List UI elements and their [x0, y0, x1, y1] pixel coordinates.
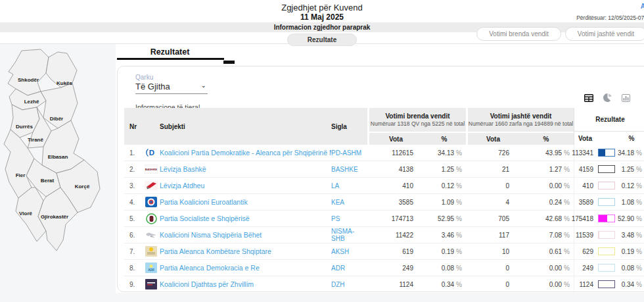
col-header-vota-result: Vota	[574, 132, 596, 145]
party-sigla: DZH	[331, 276, 367, 292]
col-header-pct-outside: %	[518, 132, 574, 145]
outside-votes: 0	[466, 276, 518, 292]
party-sigla: PS	[331, 211, 367, 226]
inside-percent: 3.46%	[423, 227, 466, 243]
aksh-party-logo	[143, 243, 160, 259]
qarku-selected-value: Të Gjitha	[135, 82, 170, 91]
col-header-logo-spacer	[143, 108, 160, 145]
pd-party-logo: D	[143, 145, 160, 161]
map-region-label: Korçë	[75, 184, 90, 189]
albania-map: ShkodërKukësLezhëDibërDurrësTiranëElbasa…	[0, 46, 116, 297]
outside-percent: 0.00%	[518, 260, 574, 276]
pie-chart-view-icon[interactable]	[603, 93, 612, 107]
main-content: Rezultatet Qarku Të Gjitha ⌄ Informacion…	[116, 44, 644, 293]
result-bar-cell	[596, 178, 617, 193]
voting-outside-button[interactable]: Votimi jashtë vendit	[565, 27, 644, 41]
party-sigla: KEA	[331, 194, 367, 210]
inside-percent: 52.95%	[423, 211, 466, 226]
map-region-shkoder[interactable]	[8, 49, 49, 95]
bar-chart-view-icon[interactable]	[622, 93, 630, 107]
page-title: Zgjedhjet për Kuvend	[0, 3, 644, 13]
party-name-link[interactable]: Lëvizja Atdheu	[160, 178, 331, 193]
map-region-label: Berat	[41, 178, 55, 184]
result-votes: 175418	[574, 211, 596, 226]
inside-percent: 0.12%	[423, 178, 466, 193]
result-bar	[598, 247, 615, 255]
result-bar-cell	[596, 194, 617, 210]
result-bar	[598, 231, 615, 239]
map-region-label: Shkodër	[18, 77, 39, 83]
result-votes: 249	[574, 260, 596, 276]
result-bar	[598, 198, 615, 206]
party-name-link[interactable]: Partia Socialiste e Shqipërisë	[160, 211, 331, 226]
results-card: Qarku Të Gjitha ⌄ Informacione të tjera!…	[117, 66, 644, 292]
table-row: 9.Koalicioni Djathtas për ZhvillimDZH112…	[124, 276, 644, 292]
col-header-vota-inside: Vota	[367, 132, 423, 145]
table-row: 3.Lëvizja AtdheuLA4100.12%00.00%4100.12%	[124, 178, 644, 194]
group-outside-title: Votimi jashtë vendit	[490, 113, 552, 120]
group-inside-subtitle: Numëruar 1318 QV nga 5225 në total	[371, 120, 465, 128]
tab-results[interactable]: Rezultatet	[116, 44, 224, 58]
outside-votes: 10	[466, 243, 518, 259]
table-row: 1.DKoalicioni Partia Demokratike - Alean…	[124, 145, 644, 161]
party-name-link[interactable]: Partia Aleanca Demokracia e Re	[160, 260, 331, 276]
result-percent: 0.12%	[617, 178, 644, 193]
table-row: 4.Partia Koalicioni EuroatlantikKEA35851…	[124, 194, 644, 211]
table-view-icon[interactable]	[584, 93, 593, 107]
map-region-label: Tiranë	[28, 137, 43, 143]
col-header-pct-result: %	[617, 132, 644, 145]
party-name-link[interactable]: Partia Koalicioni Euroatlantik	[160, 194, 331, 210]
result-bar-cell	[596, 260, 617, 276]
result-bar	[598, 149, 615, 157]
result-bar-cell	[596, 243, 617, 259]
map-region-label: Vlorë	[19, 211, 33, 216]
party-sigla: BASHKE	[331, 161, 367, 177]
outside-votes: 705	[466, 211, 518, 226]
outside-percent: 42.68%	[518, 211, 574, 226]
outside-votes: 21	[466, 161, 518, 177]
inside-votes: 11422	[367, 227, 423, 243]
result-bar-cell	[596, 161, 617, 177]
party-name-link[interactable]: Lëvizja Bashkë	[160, 161, 331, 177]
row-number: 3.	[124, 178, 143, 193]
page-header: Zgjedhjet për Kuvend 11 Maj 2025 Informa…	[0, 0, 644, 44]
outside-percent: 7.08%	[518, 227, 574, 243]
table-row: 6.Koalicioni Nisma Shqipëria BëhetNISMA-…	[124, 227, 644, 243]
col-header-bar-spacer	[596, 132, 617, 145]
result-bar	[598, 264, 615, 272]
outside-percent: 0.00%	[518, 276, 574, 292]
result-bar	[598, 280, 615, 288]
results-table: Nr Subjekti Sigla Votimi brenda vendit N…	[124, 108, 644, 292]
inside-percent: 0.19%	[423, 243, 466, 259]
results-button[interactable]: Rezultate	[287, 34, 357, 46]
albania-map-svg: ShkodërKukësLezhëDibërDurrësTiranëElbasa…	[0, 46, 116, 297]
party-name-link[interactable]: Koalicioni Partia Demokratike - Aleanca …	[160, 145, 331, 161]
group-inside-title: Votimi brenda vendit	[385, 113, 449, 120]
inside-votes: 1124	[367, 276, 423, 292]
tab-scrollbar-dash[interactable]	[223, 61, 235, 64]
col-header-vota-outside: Vota	[466, 132, 518, 145]
party-name-link[interactable]: Partia Aleanca Kombëtare Shqiptare	[160, 243, 331, 259]
map-region-label: Gjirokastër	[41, 214, 68, 220]
party-name-link[interactable]: Koalicioni Nisma Shqipëria Bëhet	[160, 227, 331, 243]
map-region-label: Dibër	[50, 116, 63, 122]
col-header-pct-inside: %	[423, 132, 466, 145]
voting-inside-button[interactable]: Votimi brenda vendit	[476, 27, 561, 41]
group-outside-subtitle: Numëruar 1660 zarfa nga 194889 në total	[469, 120, 574, 128]
result-bar	[598, 214, 615, 222]
chevron-down-icon: ⌄	[201, 82, 206, 89]
outside-percent: 43.95%	[518, 145, 574, 161]
table-row: 2.BASHKËLëvizja BashkëBASHKE41381.25%211…	[124, 161, 644, 178]
qarku-select[interactable]: Të Gjitha ⌄	[135, 82, 208, 94]
ps-party-logo	[143, 211, 160, 226]
outside-votes: 4	[466, 194, 518, 210]
language-selector[interactable]: AL	[641, 3, 644, 10]
row-number: 4.	[124, 194, 143, 210]
row-number: 5.	[124, 211, 143, 226]
party-sigla: LA	[331, 178, 367, 193]
result-percent: 34.18%	[617, 145, 644, 161]
col-group-result: Rezultate	[574, 108, 644, 132]
party-name-link[interactable]: Koalicioni Djathtas për Zhvillim	[160, 276, 331, 292]
qarku-label: Qarku	[135, 74, 153, 81]
map-region-label: Durrës	[16, 124, 33, 130]
